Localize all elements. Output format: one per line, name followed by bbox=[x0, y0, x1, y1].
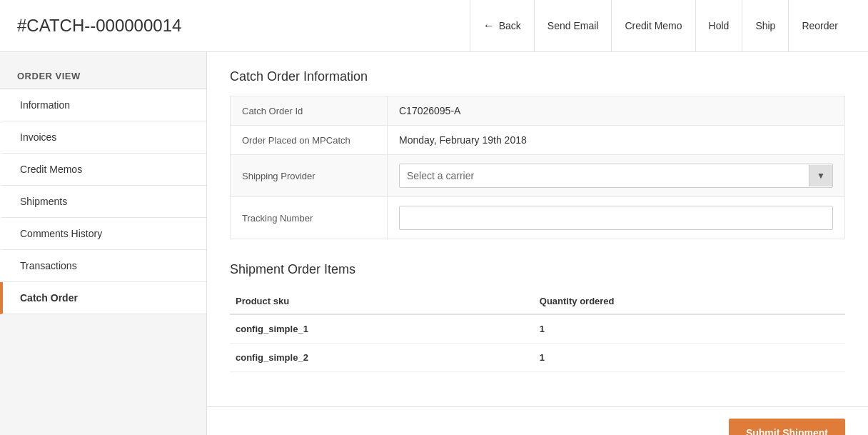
back-arrow-icon: ← bbox=[483, 19, 495, 32]
header-actions: ← Back Send Email Credit Memo Hold Ship … bbox=[470, 0, 851, 52]
carrier-select-wrapper: Select a carrier ▼ bbox=[399, 164, 833, 188]
catch-order-id-label: Catch Order Id bbox=[231, 96, 388, 126]
tracking-number-cell bbox=[388, 197, 845, 239]
sidebar-item-transactions[interactable]: Transactions bbox=[0, 250, 206, 282]
sku-cell: config_simple_2 bbox=[230, 344, 534, 372]
content-area: Catch Order Information Catch Order Id C… bbox=[207, 52, 868, 406]
sidebar-item-information[interactable]: Information bbox=[0, 89, 206, 121]
shipment-table-header: Product sku Quantity ordered bbox=[230, 289, 845, 314]
credit-memo-button[interactable]: Credit Memo bbox=[611, 0, 695, 52]
sku-cell: config_simple_1 bbox=[230, 314, 534, 344]
catch-order-id-row: Catch Order Id C17026095-A bbox=[231, 96, 845, 126]
order-placed-row: Order Placed on MPCatch Monday, February… bbox=[231, 126, 845, 155]
page-header: #CATCH--000000014 ← Back Send Email Cred… bbox=[0, 0, 868, 52]
table-row: config_simple_2 1 bbox=[230, 344, 845, 372]
tracking-number-label: Tracking Number bbox=[231, 197, 388, 239]
reorder-button[interactable]: Reorder bbox=[788, 0, 851, 52]
tracking-number-input[interactable] bbox=[399, 206, 833, 230]
product-sku-header: Product sku bbox=[230, 289, 534, 314]
carrier-select[interactable]: Select a carrier bbox=[400, 164, 809, 187]
shipping-provider-cell: Select a carrier ▼ bbox=[388, 155, 845, 197]
order-placed-value: Monday, February 19th 2018 bbox=[388, 126, 845, 155]
sidebar-item-invoices[interactable]: Invoices bbox=[0, 121, 206, 154]
sidebar-section-title: ORDER VIEW bbox=[0, 61, 206, 89]
chevron-down-icon: ▼ bbox=[809, 165, 832, 186]
catch-order-info-table: Catch Order Id C17026095-A Order Placed … bbox=[230, 96, 845, 239]
shipment-items-section-title: Shipment Order Items bbox=[230, 262, 845, 277]
qty-cell: 1 bbox=[534, 344, 845, 372]
sidebar-item-shipments[interactable]: Shipments bbox=[0, 186, 206, 218]
submit-shipment-button[interactable]: Submit Shipment bbox=[729, 419, 845, 435]
shipping-provider-label: Shipping Provider bbox=[231, 155, 388, 197]
order-placed-label: Order Placed on MPCatch bbox=[231, 126, 388, 155]
main-content: Catch Order Information Catch Order Id C… bbox=[207, 52, 868, 435]
catch-order-section-title: Catch Order Information bbox=[230, 69, 845, 84]
shipment-items-table: Product sku Quantity ordered config_simp… bbox=[230, 289, 845, 372]
page-title: #CATCH--000000014 bbox=[17, 16, 470, 36]
send-email-button[interactable]: Send Email bbox=[534, 0, 612, 52]
sidebar: ORDER VIEW Information Invoices Credit M… bbox=[0, 52, 207, 435]
sidebar-item-credit-memos[interactable]: Credit Memos bbox=[0, 154, 206, 186]
quantity-ordered-header: Quantity ordered bbox=[534, 289, 845, 314]
table-row: config_simple_1 1 bbox=[230, 314, 845, 344]
tracking-number-row: Tracking Number bbox=[231, 197, 845, 239]
qty-cell: 1 bbox=[534, 314, 845, 344]
hold-button[interactable]: Hold bbox=[695, 0, 742, 52]
footer-actions: Submit Shipment bbox=[207, 406, 868, 435]
back-button[interactable]: ← Back bbox=[470, 0, 534, 52]
sidebar-item-catch-order[interactable]: Catch Order bbox=[0, 282, 206, 314]
catch-order-id-value: C17026095-A bbox=[388, 96, 845, 126]
ship-button[interactable]: Ship bbox=[742, 0, 788, 52]
shipping-provider-row: Shipping Provider Select a carrier ▼ bbox=[231, 155, 845, 197]
sidebar-item-comments-history[interactable]: Comments History bbox=[0, 218, 206, 250]
main-layout: ORDER VIEW Information Invoices Credit M… bbox=[0, 52, 868, 435]
